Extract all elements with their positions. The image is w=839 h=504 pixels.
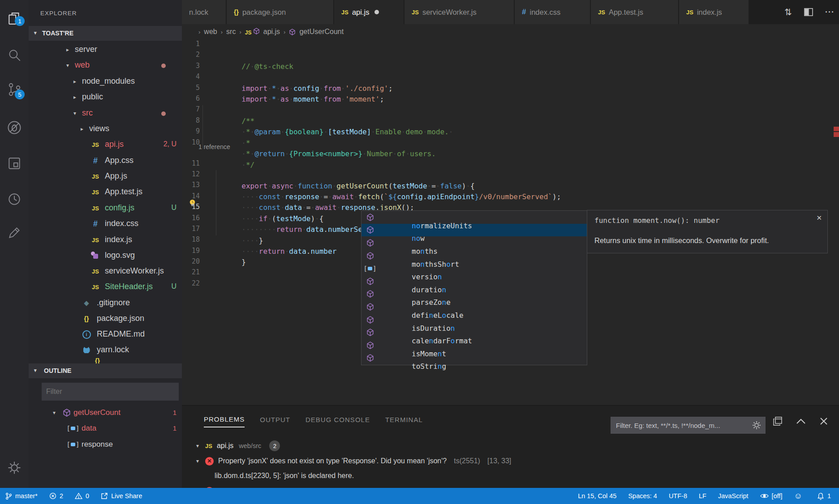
- tree-row[interactable]: logo.svg: [29, 248, 182, 264]
- problem-row[interactable]: ▾ ✕ The right-hand side of an arithmetic…: [182, 483, 839, 488]
- duplicate-panel-icon[interactable]: [773, 416, 783, 426]
- tree-row[interactable]: package.json: [29, 311, 182, 327]
- line-number: 16: [182, 214, 200, 222]
- tree-row[interactable]: config.js U: [29, 201, 182, 216]
- file-type-icon: [81, 298, 92, 308]
- edit-icon[interactable]: [0, 218, 29, 247]
- source-control-badge: 5: [15, 90, 25, 99]
- tree-row[interactable]: App.css: [29, 153, 182, 169]
- outline-filter-input[interactable]: [42, 383, 179, 401]
- suggest-item[interactable]: [] toString: [361, 352, 587, 365]
- panel-tab[interactable]: DEBUG CONSOLE: [305, 416, 370, 427]
- clock-icon[interactable]: [0, 185, 29, 214]
- editor-tab[interactable]: package.json: [227, 0, 334, 24]
- status-item[interactable]: ☺ UTF-8: [669, 492, 687, 500]
- toggle-changes-icon[interactable]: ⇅: [784, 7, 792, 17]
- problems-file-name: api.js: [217, 442, 233, 450]
- editor-tab[interactable]: App.test.js: [591, 0, 679, 24]
- problem-row[interactable]: ▾ ✕ Property 'jsonX' does not exist on t…: [182, 453, 839, 469]
- file-type-icon: [90, 140, 101, 149]
- outline-section-header[interactable]: ▾ OUTLINE: [29, 363, 182, 378]
- maximize-panel-icon[interactable]: [796, 418, 806, 424]
- extensions-icon[interactable]: [0, 149, 29, 178]
- code-line: 3 import·*·as·config·from·'./config';: [182, 62, 839, 73]
- outline-row[interactable]: ▾ [] getUserCount 1: [29, 405, 182, 421]
- problem-position: [13, 33]: [487, 457, 511, 465]
- source-control-icon[interactable]: [0, 75, 29, 104]
- breadcrumb-item[interactable]: › api.js: [239, 28, 280, 36]
- status-item[interactable]: ☺ Ln 15, Col 45: [578, 492, 616, 500]
- editor-tab[interactable]: api.js: [334, 0, 404, 24]
- tree-row[interactable]: .gitignore: [29, 295, 182, 311]
- problems-filter-input[interactable]: [611, 417, 766, 434]
- tree-row[interactable]: index.css: [29, 216, 182, 232]
- tree-row[interactable]: api.js 2, U: [29, 137, 182, 153]
- twisty-icon: ▸: [73, 94, 76, 100]
- file-name: config.js: [105, 203, 134, 213]
- explorer-icon[interactable]: [0, 4, 29, 33]
- file-problems-badge: 2: [269, 440, 280, 451]
- line-number: 3: [182, 62, 200, 70]
- debug-disabled-icon[interactable]: [0, 113, 29, 142]
- decoration-badge: U: [171, 282, 176, 290]
- symbol-icon: []: [68, 424, 78, 433]
- editor-tab[interactable]: serviceWorker.js: [404, 0, 514, 24]
- file-name: .gitignore: [97, 298, 130, 308]
- problem-row[interactable]: ✕ lib.dom.d.ts[2230, 5]: 'json' is decla…: [182, 468, 839, 483]
- panel-tab-label: DEBUG CONSOLE: [305, 416, 370, 423]
- status-item[interactable]: ☺ Spaces: 4: [628, 492, 657, 500]
- file-type-icon: [81, 314, 92, 324]
- breadcrumb-item[interactable]: › getUserCount: [284, 28, 344, 36]
- file-name: App.css: [105, 156, 133, 165]
- status-item[interactable]: Live Share: [101, 492, 142, 500]
- tree-row[interactable]: yarn.lock: [29, 342, 182, 358]
- tree-row[interactable]: index.js: [29, 232, 182, 248]
- close-icon[interactable]: ✕: [816, 214, 822, 222]
- file-type-icon: [81, 345, 92, 355]
- tree-row[interactable]: SiteHeader.js U: [29, 279, 182, 295]
- split-editor-icon[interactable]: [804, 7, 813, 17]
- project-section-header[interactable]: ▾ TOAST'RE: [29, 26, 182, 41]
- tree-row[interactable]: ▸ node_modules: [29, 74, 182, 90]
- symbol-kind-icon: []: [365, 265, 375, 272]
- tree-row[interactable]: ▸ public: [29, 90, 182, 105]
- twisty-icon: ▸: [73, 78, 76, 85]
- status-item[interactable]: ☺ 1: [817, 492, 831, 500]
- code-line: 13 ····const·data·=·await·response.jsonX…: [182, 181, 839, 192]
- status-item[interactable]: ☺: [794, 491, 805, 501]
- settings-gear-icon[interactable]: [0, 453, 29, 482]
- tree-row[interactable]: serviceWorker.js: [29, 264, 182, 279]
- tree-row[interactable]: ▾ web: [29, 58, 182, 73]
- status-item[interactable]: ☺ [off]: [760, 492, 783, 500]
- tree-row[interactable]: App.test.js: [29, 184, 182, 200]
- tree-row[interactable]: ▾ src: [29, 106, 182, 121]
- tab-file-icon: [412, 9, 419, 16]
- file-name: views: [89, 124, 109, 133]
- tree-row[interactable]: README.md: [29, 327, 182, 342]
- close-panel-icon[interactable]: [819, 417, 828, 426]
- panel-tab[interactable]: PROBLEMS 2: [204, 415, 245, 427]
- problems-file-row[interactable]: ▾ JS api.js web/src 2: [182, 438, 839, 453]
- more-actions-icon[interactable]: ···: [825, 8, 835, 17]
- outline-row[interactable]: [] response: [29, 437, 182, 453]
- status-item[interactable]: master*: [5, 492, 38, 500]
- editor-tab[interactable]: index.css: [515, 0, 590, 24]
- status-item[interactable]: ☺ JavaScript: [718, 492, 749, 500]
- breadcrumb-item[interactable]: › src: [221, 28, 236, 36]
- status-label: 0: [86, 492, 89, 500]
- tree-row[interactable]: ▸ views: [29, 121, 182, 137]
- editor-tab[interactable]: n.lock: [182, 0, 226, 24]
- breadcrumb-item[interactable]: › web: [198, 28, 217, 36]
- search-icon[interactable]: [0, 41, 29, 70]
- editor-tab[interactable]: index.js: [679, 0, 749, 24]
- tree-row[interactable]: ▸ server: [29, 42, 182, 58]
- status-item[interactable]: ☺ LF: [699, 492, 706, 500]
- outline-row[interactable]: [] data 1: [29, 421, 182, 436]
- panel-tab[interactable]: TERMINAL: [385, 416, 423, 427]
- status-item[interactable]: 2: [49, 492, 63, 500]
- filter-gear-icon[interactable]: [752, 420, 762, 432]
- panel-tab[interactable]: OUTPUT: [260, 416, 290, 427]
- tree-row[interactable]: App.js: [29, 169, 182, 184]
- status-item[interactable]: 0: [75, 492, 89, 500]
- breadcrumb-label: web: [204, 28, 217, 36]
